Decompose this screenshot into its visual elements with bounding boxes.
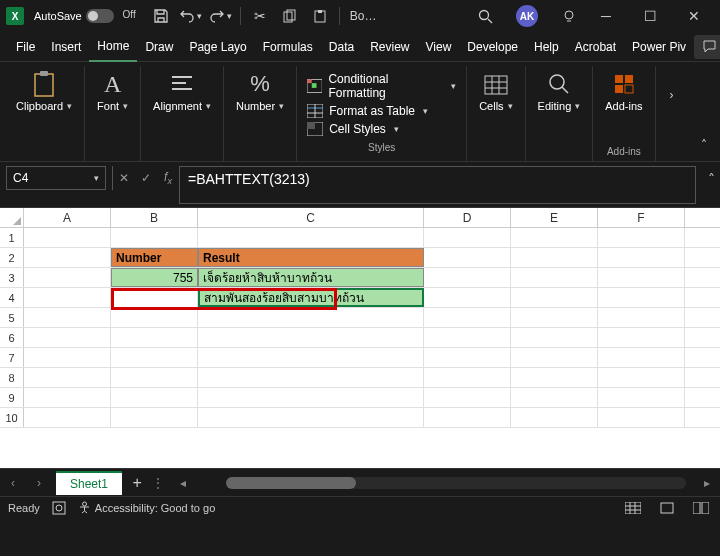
cell[interactable]: [198, 388, 424, 407]
cell[interactable]: [24, 268, 111, 287]
autosave-toggle[interactable]: AutoSave: [34, 9, 114, 23]
cell[interactable]: [24, 328, 111, 347]
cell[interactable]: Number: [111, 248, 198, 267]
cell[interactable]: [511, 408, 598, 427]
name-box[interactable]: C4 ▾: [6, 166, 106, 190]
cell[interactable]: [24, 368, 111, 387]
cell[interactable]: [598, 408, 685, 427]
alignment-button[interactable]: Alignment▾: [147, 68, 217, 114]
tab-pagelayout[interactable]: Page Layo: [181, 32, 254, 62]
cell[interactable]: [111, 228, 198, 247]
tab-formulas[interactable]: Formulas: [255, 32, 321, 62]
copy-icon[interactable]: [277, 2, 303, 30]
cell[interactable]: [111, 348, 198, 367]
page-layout-view-button[interactable]: [656, 499, 678, 517]
tab-review[interactable]: Review: [362, 32, 417, 62]
hscroll-right[interactable]: ▸: [694, 469, 720, 497]
cell[interactable]: [598, 348, 685, 367]
tab-powerpivot[interactable]: Power Piv: [624, 32, 694, 62]
cell[interactable]: [111, 308, 198, 327]
cell[interactable]: [424, 328, 511, 347]
comments-button[interactable]: [694, 35, 720, 59]
tab-view[interactable]: View: [418, 32, 460, 62]
sheet-tab-active[interactable]: Sheet1: [56, 471, 122, 495]
col-header-B[interactable]: B: [111, 208, 198, 227]
macro-record-icon[interactable]: [52, 501, 66, 515]
row-header[interactable]: 9: [0, 388, 24, 407]
paste-button[interactable]: Clipboard▾: [10, 68, 78, 114]
format-as-table-button[interactable]: Format as Table▾: [307, 104, 428, 118]
lightbulb-icon[interactable]: [556, 2, 582, 30]
cell[interactable]: [424, 308, 511, 327]
editing-button[interactable]: Editing▾: [532, 68, 587, 114]
cell[interactable]: [511, 288, 598, 307]
normal-view-button[interactable]: [622, 499, 644, 517]
tab-draw[interactable]: Draw: [137, 32, 181, 62]
cell[interactable]: [598, 288, 685, 307]
cell[interactable]: [111, 368, 198, 387]
cell[interactable]: [424, 388, 511, 407]
cancel-formula-button[interactable]: ✕: [113, 166, 135, 190]
cell[interactable]: [24, 308, 111, 327]
sheet-next-button[interactable]: ›: [26, 469, 52, 497]
cell-styles-button[interactable]: Cell Styles▾: [307, 122, 399, 136]
save-icon[interactable]: [148, 2, 174, 30]
cell[interactable]: [24, 388, 111, 407]
sheet-drag-handle[interactable]: ⋮: [152, 476, 164, 490]
sheet-prev-button[interactable]: ‹: [0, 469, 26, 497]
tab-developer[interactable]: Develope: [459, 32, 526, 62]
cell[interactable]: [111, 288, 198, 307]
cell[interactable]: [424, 368, 511, 387]
enter-formula-button[interactable]: ✓: [135, 166, 157, 190]
ribbon-overflow-button[interactable]: ›: [662, 68, 680, 104]
cell[interactable]: [111, 408, 198, 427]
collapse-ribbon-button[interactable]: ˄: [694, 135, 714, 155]
cell[interactable]: สามพันสองร้อยสิบสามบาทถ้วน: [198, 288, 424, 307]
tab-help[interactable]: Help: [526, 32, 567, 62]
cell[interactable]: [198, 228, 424, 247]
minimize-button[interactable]: ─: [586, 2, 626, 30]
formula-input[interactable]: =BAHTTEXT(3213) ˄: [179, 166, 696, 204]
cell[interactable]: [424, 228, 511, 247]
cut-icon[interactable]: ✂: [247, 2, 273, 30]
cell[interactable]: [511, 308, 598, 327]
search-icon[interactable]: [472, 2, 498, 30]
cells-button[interactable]: Cells▾: [473, 68, 518, 114]
row-header[interactable]: 5: [0, 308, 24, 327]
horizontal-scrollbar[interactable]: [226, 477, 686, 489]
cell[interactable]: [198, 368, 424, 387]
cell[interactable]: [598, 228, 685, 247]
cell[interactable]: [511, 328, 598, 347]
maximize-button[interactable]: ☐: [630, 2, 670, 30]
tab-insert[interactable]: Insert: [43, 32, 89, 62]
expand-formula-icon[interactable]: ˄: [708, 171, 715, 187]
user-avatar[interactable]: AK: [516, 5, 538, 27]
cell[interactable]: [511, 348, 598, 367]
paste-icon[interactable]: [307, 2, 333, 30]
col-header-C[interactable]: C: [198, 208, 424, 227]
cell[interactable]: [511, 268, 598, 287]
addins-button[interactable]: Add-ins: [599, 68, 648, 114]
cell[interactable]: [511, 228, 598, 247]
cell[interactable]: [24, 288, 111, 307]
cell[interactable]: [424, 348, 511, 367]
tab-home[interactable]: Home: [89, 32, 137, 62]
cell[interactable]: [24, 228, 111, 247]
col-header-F[interactable]: F: [598, 208, 685, 227]
row-header[interactable]: 7: [0, 348, 24, 367]
select-all-corner[interactable]: [0, 208, 24, 227]
cell[interactable]: [24, 248, 111, 267]
insert-function-button[interactable]: fx: [157, 166, 179, 190]
hscroll-left[interactable]: ◂: [170, 469, 196, 497]
cell[interactable]: [511, 248, 598, 267]
cell[interactable]: [111, 388, 198, 407]
cell[interactable]: [198, 408, 424, 427]
row-header[interactable]: 8: [0, 368, 24, 387]
cell[interactable]: [511, 388, 598, 407]
tab-acrobat[interactable]: Acrobat: [567, 32, 624, 62]
cell[interactable]: [598, 248, 685, 267]
row-header[interactable]: 10: [0, 408, 24, 427]
cell[interactable]: [424, 248, 511, 267]
col-header-E[interactable]: E: [511, 208, 598, 227]
cell[interactable]: 755: [111, 268, 198, 287]
